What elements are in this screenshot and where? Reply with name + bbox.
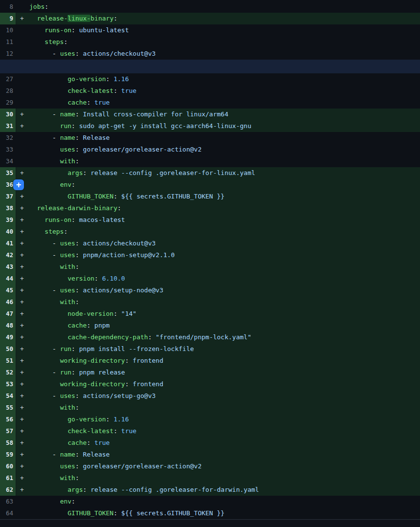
code-token: macos-latest — [79, 216, 125, 223]
code-text: steps: — [29, 228, 67, 235]
expand-hunk-row[interactable] — [0, 60, 420, 73]
code-token: pnpm install --frozen-lockfile — [79, 345, 194, 352]
diff-line: 34 with: — [0, 155, 420, 167]
add-comment-button[interactable]: + — [13, 179, 24, 190]
code-token — [29, 333, 67, 341]
code-token: : — [71, 26, 79, 34]
diff-line: 33 uses: goreleaser/goreleaser-action@v2 — [0, 144, 420, 155]
code-token: steps — [44, 38, 64, 45]
code-token: goreleaser/goreleaser-action@v2 — [83, 462, 202, 470]
code-text: go-version: 1.16 — [29, 75, 129, 83]
line-number[interactable]: 9 — [0, 13, 16, 24]
line-number[interactable]: 64 — [0, 507, 16, 519]
line-number[interactable]: 28 — [0, 85, 16, 97]
line-number[interactable]: 39 — [0, 214, 16, 226]
code-token — [29, 87, 67, 94]
line-number[interactable]: 41 — [0, 238, 16, 249]
line-number[interactable]: 40 — [0, 226, 16, 238]
code-token: go-version — [67, 416, 106, 423]
line-number[interactable]: 12 — [0, 48, 16, 60]
code-token: with — [60, 474, 75, 482]
line-number[interactable]: 50 — [0, 343, 16, 355]
code-text: GITHUB_TOKEN: ${{ secrets.GITHUB_TOKEN }… — [29, 193, 224, 200]
code-token: name — [60, 110, 75, 118]
line-number[interactable]: 60 — [0, 461, 16, 472]
line-number[interactable]: 47 — [0, 308, 16, 320]
diff-marker: + — [16, 226, 29, 238]
code-token — [29, 15, 37, 22]
line-number[interactable]: 33 — [0, 144, 16, 155]
code-line: + cache: true — [16, 437, 420, 449]
line-number[interactable]: 55 — [0, 402, 16, 414]
code-token: : — [125, 357, 133, 364]
code-line: + steps: — [16, 226, 420, 238]
code-token: : — [71, 181, 75, 188]
diff-line: 43 + with: — [0, 261, 420, 273]
line-number[interactable]: 49 — [0, 331, 16, 343]
code-token — [29, 380, 60, 388]
line-number[interactable]: 62 — [0, 484, 16, 496]
code-token — [29, 157, 60, 165]
code-token — [29, 99, 67, 106]
code-token: : — [71, 122, 79, 130]
line-number[interactable]: 32 — [0, 132, 16, 144]
diff-marker: + — [16, 390, 29, 402]
diff-marker: + — [16, 461, 29, 472]
line-number[interactable]: 31 — [0, 120, 16, 132]
line-number[interactable]: 8 — [0, 1, 16, 13]
line-number[interactable]: 34 — [0, 155, 16, 167]
diff-line: 40 + steps: — [0, 226, 420, 238]
line-number[interactable]: 35 — [0, 167, 16, 179]
code-token: Release — [83, 451, 110, 458]
line-number[interactable]: 58 — [0, 437, 16, 449]
code-token: 1.16 — [113, 416, 129, 423]
line-number[interactable]: 38 — [0, 202, 16, 214]
code-token: true — [121, 87, 136, 94]
code-text: - uses: actions/setup-node@v3 — [29, 286, 163, 294]
diff-line: 57 + check-latest: true — [0, 425, 420, 437]
diff-line: 59 + - name: Release — [0, 449, 420, 461]
line-number[interactable]: 10 — [0, 24, 16, 36]
line-number[interactable]: 56 — [0, 414, 16, 425]
line-number[interactable]: 29 — [0, 97, 16, 109]
line-number[interactable]: 42 — [0, 249, 16, 261]
line-number[interactable]: 45 — [0, 285, 16, 296]
code-token: name — [60, 451, 75, 458]
code-token: pnpm release — [79, 369, 125, 376]
line-number[interactable]: 46 — [0, 296, 16, 308]
line-number[interactable]: 57 — [0, 425, 16, 437]
code-line: + args: release --config .goreleaser-for… — [16, 167, 420, 179]
line-number[interactable]: 61 — [0, 472, 16, 484]
line-number[interactable]: 59 — [0, 449, 16, 461]
line-number[interactable]: 53 — [0, 378, 16, 390]
code-token: uses — [60, 251, 75, 259]
diff-line: 12 - uses: actions/checkout@v3 — [0, 48, 420, 60]
diff-marker: + — [16, 320, 29, 331]
line-number[interactable]: 52 — [0, 367, 16, 378]
line-number[interactable]: 11 — [0, 36, 16, 48]
line-number[interactable]: 54 — [0, 390, 16, 402]
code-token: 6.10.0 — [102, 275, 125, 282]
code-text: node-version: "14" — [29, 310, 136, 317]
diff-marker: + — [16, 449, 29, 461]
line-number[interactable]: 51 — [0, 355, 16, 367]
diff-marker: + — [16, 13, 29, 24]
code-line: + env: — [16, 179, 420, 191]
code-token: uses — [60, 462, 75, 470]
line-number[interactable]: 27 — [0, 73, 16, 85]
diff-marker: + — [16, 484, 29, 496]
line-number[interactable]: 43 — [0, 261, 16, 273]
line-number[interactable]: 44 — [0, 273, 16, 285]
code-token: run — [60, 122, 71, 130]
code-token: with — [60, 298, 75, 306]
line-number[interactable]: 30 — [0, 109, 16, 120]
code-token: : — [94, 275, 102, 282]
line-number[interactable]: 48 — [0, 320, 16, 331]
line-number[interactable]: 63 — [0, 496, 16, 507]
diff-line: 42 + - uses: pnpm/action-setup@v2.1.0 — [0, 249, 420, 261]
diff-line: 63 env: — [0, 496, 420, 507]
code-token: : — [75, 404, 79, 411]
code-token: actions/setup-go@v3 — [83, 392, 156, 399]
code-token: - — [29, 110, 60, 118]
line-number[interactable]: 37 — [0, 191, 16, 202]
